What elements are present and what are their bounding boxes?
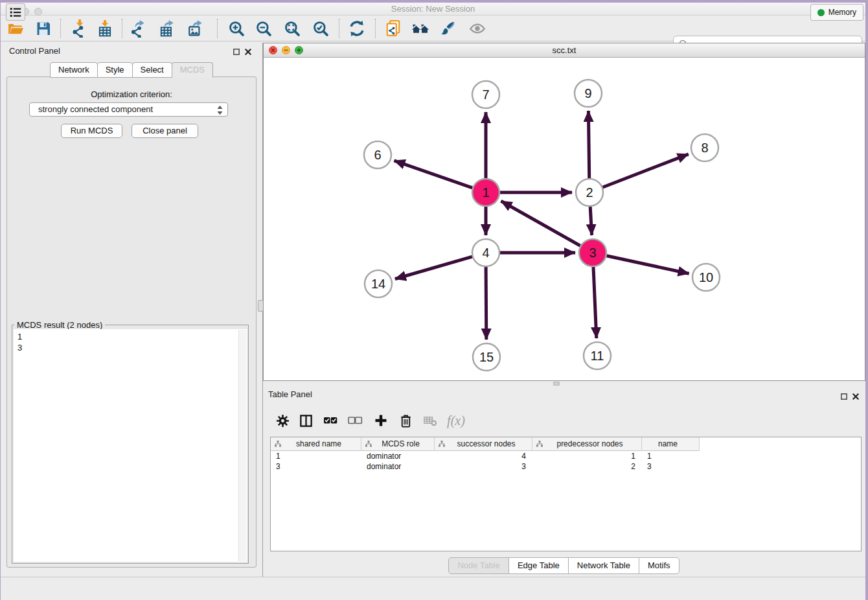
open-file-icon[interactable]	[5, 18, 26, 39]
svg-text:7: 7	[482, 87, 489, 102]
graph-node-8[interactable]: 8	[691, 134, 718, 161]
mcds-result-text: 1 3	[17, 331, 22, 353]
control-panel-title: Control Panel	[9, 46, 60, 56]
column-header-predecessor-nodes[interactable]: predecessor nodes	[532, 437, 642, 451]
graph-edge-2-8[interactable]	[603, 154, 689, 187]
svg-text:6: 6	[374, 148, 381, 162]
svg-text:2: 2	[586, 185, 593, 200]
column-header-MCDS-role[interactable]: MCDS role	[361, 437, 435, 451]
table-panel-title: Table Panel	[268, 389, 312, 399]
clone-network-icon[interactable]	[383, 18, 404, 39]
graph-edge-4-14[interactable]	[395, 257, 472, 279]
graph-node-9[interactable]: 9	[575, 80, 602, 107]
memory-status-icon	[817, 9, 825, 16]
style-brush-icon[interactable]	[437, 18, 458, 39]
network-window-titlebar[interactable]: scc.txt	[264, 43, 865, 58]
graph-node-2[interactable]: 2	[576, 179, 603, 206]
table-cell: 1	[271, 451, 361, 461]
close-view-icon[interactable]	[269, 46, 277, 54]
first-neighbors-icon[interactable]	[410, 18, 431, 39]
task-history-button[interactable]	[6, 3, 25, 21]
table-cell: dominator	[361, 461, 435, 472]
graph-edge-3-1[interactable]	[501, 201, 580, 246]
float-panel-icon[interactable]	[232, 47, 241, 56]
zoom-selected-icon[interactable]	[310, 18, 331, 39]
maximize-view-icon[interactable]	[295, 46, 303, 54]
gear-icon[interactable]	[273, 411, 291, 430]
delete-table-icon[interactable]	[421, 411, 439, 430]
close-table-panel-icon[interactable]	[851, 392, 860, 401]
graph-edge-1-6[interactable]	[394, 161, 473, 188]
tab-network-table[interactable]: Network Table	[568, 557, 639, 574]
run-mcds-button[interactable]: Run MCDS	[61, 124, 122, 138]
graph-node-15[interactable]: 15	[473, 343, 500, 371]
column-header-shared-name[interactable]: shared name	[271, 437, 361, 451]
tab-mcds[interactable]: MCDS	[172, 62, 213, 78]
graph-node-4[interactable]: 4	[472, 239, 499, 266]
table-cell: 3	[642, 461, 700, 472]
graph-edge-2-3[interactable]	[590, 207, 591, 235]
select-all-icon[interactable]	[321, 411, 339, 430]
mcds-result-box[interactable]: 1 3	[14, 329, 247, 562]
export-network-icon[interactable]	[128, 18, 148, 39]
deselect-all-icon[interactable]	[346, 411, 364, 430]
hierarchy-icon	[274, 440, 282, 448]
float-table-panel-icon[interactable]	[839, 392, 849, 401]
add-icon[interactable]	[372, 411, 390, 430]
import-table-icon[interactable]	[95, 18, 115, 39]
zoom-window-icon[interactable]	[34, 8, 42, 16]
import-network-icon[interactable]	[69, 18, 89, 39]
select-stepper-icon	[216, 105, 223, 119]
graph-node-7[interactable]: 7	[472, 81, 499, 108]
graph-node-14[interactable]: 14	[365, 270, 392, 297]
tab-style[interactable]: Style	[97, 62, 133, 78]
tab-network[interactable]: Network	[50, 62, 98, 78]
function-builder-icon[interactable]: f(x)	[447, 411, 465, 430]
tab-motifs[interactable]: Motifs	[639, 557, 680, 574]
graph-node-10[interactable]: 10	[692, 264, 720, 291]
close-panel-icon[interactable]	[244, 47, 253, 56]
graph-edge-3-10[interactable]	[607, 256, 689, 274]
columns-icon[interactable]	[297, 411, 315, 430]
show-hide-icon[interactable]	[467, 18, 488, 39]
table-row[interactable]: 3dominator323	[271, 461, 861, 472]
criterion-select[interactable]: strongly connected component	[29, 102, 228, 117]
memory-button[interactable]: Memory	[810, 4, 863, 21]
graph-edge-4-15[interactable]	[486, 267, 486, 340]
graph-node-1[interactable]: 1	[472, 179, 499, 206]
graph-node-11[interactable]: 11	[584, 342, 611, 369]
zoom-out-icon[interactable]	[253, 18, 274, 39]
zoom-fit-icon[interactable]	[282, 18, 303, 39]
svg-text:15: 15	[479, 350, 494, 364]
tab-edge-table[interactable]: Edge Table	[508, 557, 569, 574]
column-header-successor-nodes[interactable]: successor nodes	[435, 437, 532, 451]
delete-icon[interactable]	[396, 411, 415, 430]
graph-node-6[interactable]: 6	[364, 141, 391, 168]
hierarchy-icon	[536, 440, 543, 448]
graph-edge-2-9[interactable]	[588, 111, 589, 178]
table-panel: Table Panel f(x) shared nameMCDS rolesuc…	[263, 387, 865, 575]
graph-node-3[interactable]: 3	[579, 239, 606, 266]
status-bar	[1, 577, 865, 600]
mcds-result-title: MCDS result (2 nodes)	[14, 320, 105, 330]
table-cell: dominator	[361, 451, 435, 461]
toolbar-separator	[375, 19, 376, 38]
refresh-layout-icon[interactable]	[347, 18, 367, 39]
table-row[interactable]: 1dominator411	[271, 451, 861, 461]
horizontal-splitter-handle[interactable]	[553, 382, 560, 386]
export-table-icon[interactable]	[157, 18, 177, 39]
export-image-icon[interactable]	[185, 18, 206, 39]
table-cell: 2	[532, 461, 642, 472]
result-scrollbar[interactable]	[238, 330, 246, 561]
close-panel-button[interactable]: Close panel	[131, 124, 198, 138]
table-cell: 1	[642, 451, 700, 461]
table-cell: 4	[435, 451, 532, 461]
graph-edge-3-11[interactable]	[593, 267, 597, 338]
tab-select[interactable]: Select	[132, 62, 172, 78]
tab-node-table[interactable]: Node Table	[448, 557, 509, 574]
svg-text:9: 9	[584, 86, 591, 100]
zoom-in-icon[interactable]	[226, 18, 247, 39]
save-session-icon[interactable]	[33, 18, 54, 39]
column-header-name[interactable]: name	[642, 437, 700, 451]
minimize-view-icon[interactable]	[282, 46, 290, 54]
